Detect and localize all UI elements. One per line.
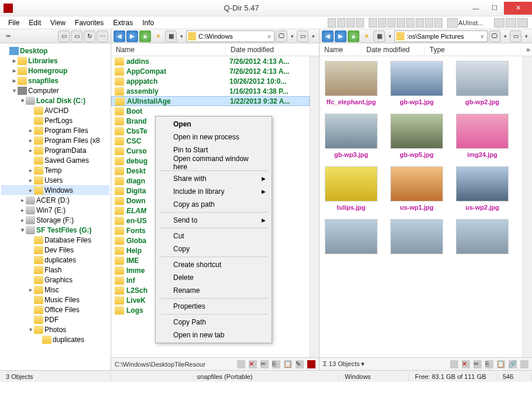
close-button[interactable]: ✕ [504,2,532,15]
delete-icon[interactable]: ✕ [249,360,257,368]
col2-name[interactable]: Name [320,46,362,54]
menu-item[interactable]: Open in new tab [157,329,270,341]
minimize-button[interactable]: — [466,2,485,15]
fav2-icon[interactable]: ★ [361,30,372,42]
menu-extras[interactable]: Extras [108,18,138,28]
layout-12-icon[interactable] [434,18,442,28]
tree-node[interactable]: Office Files [1,305,109,315]
tree-node[interactable]: ▸Storage (F:) [1,215,109,225]
tree-opts-icon[interactable]: ⋯ [97,30,108,42]
thumbnail[interactable] [455,219,509,254]
thumbnail[interactable]: img24.jpg [455,114,509,158]
paste-icon[interactable]: 📋 [284,360,292,368]
layout-9-icon[interactable] [406,18,414,28]
menu-item[interactable]: Copy [157,242,270,255]
tree-view1-icon[interactable]: ▭ [58,30,70,42]
menu-item[interactable]: Include in library▶ [157,185,270,198]
tree-node[interactable]: duplicates [1,334,109,344]
folder-tree[interactable]: Desktop▸Libraries▸Homegroup▸snapfiles▾Co… [0,43,111,370]
thumbs-headers[interactable]: Name Date modified Type » [320,43,532,56]
layout-6-icon[interactable] [378,18,386,28]
menu-item[interactable]: Copy Path [157,316,270,329]
network-icon[interactable] [447,18,458,28]
monitor2-icon[interactable]: 🖵 [489,30,500,42]
menu-edit[interactable]: Edit [24,18,46,28]
menu-info[interactable]: Info [138,18,159,28]
menu-item[interactable]: Copy as path [157,198,270,211]
tree-node[interactable]: ▸Homegroup [1,66,109,76]
thumbnail[interactable]: gb-wp5.jpg [390,114,444,158]
scrollbar[interactable] [310,56,319,357]
thumbnail[interactable]: gb-wp1.jpg [390,61,444,105]
layout-1-icon[interactable] [328,18,336,28]
menu-item[interactable]: Open [157,118,270,131]
cut2-icon[interactable]: ✂ [473,360,482,368]
file-row[interactable]: AUInstallAge1/22/2013 9:32 A... [111,96,310,106]
back-icon[interactable]: ◀ [114,30,125,42]
menu-item[interactable]: Open command window here [157,156,270,169]
opts2-icon[interactable]: ▭ [510,30,521,42]
thumbnail[interactable]: tulips.jpg [324,166,378,211]
layout-10-icon[interactable] [416,18,424,28]
layout-4-icon[interactable] [356,18,364,28]
favorite-icon[interactable] [506,18,516,28]
tree-node[interactable]: Database Files [1,235,109,245]
view2-icon[interactable]: ▦ [373,30,385,42]
tree-refresh-icon[interactable]: ↻ [84,30,95,42]
tree-node[interactable]: ▸Users [1,175,109,185]
copy-icon[interactable]: ⎘ [272,360,280,368]
menu-item[interactable]: Rename [157,284,270,297]
col2-type[interactable]: Type [425,46,521,54]
tree-node[interactable]: Saved Games [1,155,109,165]
file-row[interactable]: apppatch10/26/2012 10:0... [111,76,310,86]
edit-icon[interactable]: ✎ [296,360,304,368]
thumbnail[interactable] [324,219,378,254]
menu-item[interactable]: Share with▶ [157,172,270,185]
thumbnail[interactable]: gb-wp2.jpg [455,61,509,105]
tree-node[interactable]: ▸Temp [1,165,109,175]
tree-node[interactable]: Music Files [1,295,109,305]
delete2-icon[interactable]: ✕ [462,360,470,368]
layout-8-icon[interactable] [397,18,405,28]
file-row[interactable]: AppCompat7/26/2012 4:13 A... [111,66,310,76]
file-row[interactable]: assembly1/16/2013 4:38 P... [111,86,310,96]
file-row[interactable]: Boot [111,106,310,116]
up-icon[interactable]: ▲ [139,30,151,42]
layout-5-icon[interactable] [369,18,377,28]
column-headers[interactable]: Name Date modified [111,43,319,56]
path2-input[interactable]: :os\Sample Pictures v [394,30,488,42]
layout-3-icon[interactable] [346,18,355,28]
tree-node[interactable]: ▸Windows [1,185,109,195]
thumbnail[interactable] [390,219,444,254]
thumbnail[interactable]: ffc_elephant.jpg [324,61,378,105]
zoom-icon[interactable] [517,18,528,28]
file-row[interactable]: addins7/26/2012 4:13 A... [111,56,310,66]
thumbnail[interactable]: us-wp2.jpg [455,166,509,211]
menu-item[interactable]: Create shortcut [157,258,270,271]
tree-view2-icon[interactable]: ▭ [71,30,83,42]
filter2-icon[interactable] [450,360,458,368]
col-more[interactable]: » [521,46,532,54]
tree-node[interactable]: ▸Win7 (E:) [1,205,109,215]
layout-7-icon[interactable] [387,18,396,28]
opts-icon[interactable]: ▭ [297,30,308,42]
maximize-button[interactable]: ☐ [485,2,504,15]
layout-2-icon[interactable] [337,18,345,28]
tree-node[interactable]: PDF [1,315,109,324]
fav-icon[interactable]: ★ [152,30,164,42]
back2-icon[interactable]: ◀ [322,30,334,42]
col2-date[interactable]: Date modified [362,46,425,54]
thumbnail[interactable]: us-wp1.jpg [390,166,444,211]
tree-node[interactable]: Flash [1,265,109,275]
tree-node[interactable]: ▸ACER (D:) [1,195,109,205]
menu-item[interactable]: Properties [157,300,270,313]
thumbnail-grid[interactable]: ffc_elephant.jpggb-wp1.jpggb-wp2.jpggb-w… [320,56,523,357]
menu-file[interactable]: File [4,18,24,28]
scrollbar2[interactable] [523,56,532,357]
tree-node[interactable]: ▸Program Files [1,125,109,135]
cut-icon[interactable]: ✂ [260,360,269,368]
tree-node[interactable]: ▾Computer [1,86,109,95]
view-mode-icon[interactable]: ▦ [165,30,177,42]
menu-item[interactable]: Cut [157,230,270,242]
tree-node[interactable]: ▸snapfiles [1,76,109,86]
